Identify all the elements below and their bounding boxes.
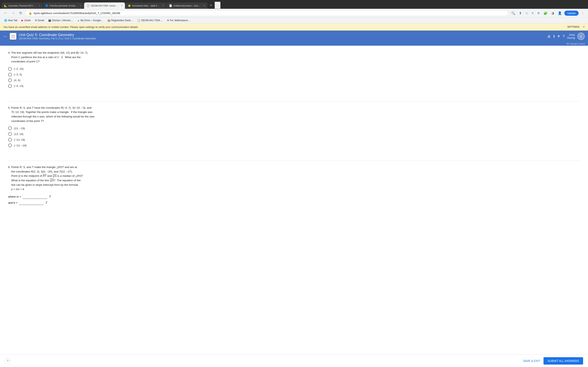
user-avatar[interactable]: Z [577, 33, 585, 40]
q4-point-c: C [18, 56, 20, 59]
q4-radio-d[interactable] [8, 84, 12, 88]
q4-option-a[interactable]: (−2, 10) [8, 67, 580, 71]
gmail-label: Gmail [38, 19, 44, 22]
app-back-button[interactable]: ← [3, 34, 7, 39]
tab5-close[interactable]: × [203, 4, 205, 7]
extension2-button[interactable]: ⚙ [536, 11, 541, 16]
q6-b-prefix: and b = [8, 201, 17, 204]
q5-radio-c[interactable] [8, 138, 12, 142]
print-button[interactable]: 🖨 [547, 34, 551, 39]
reg-icon: 🏫 [107, 19, 111, 22]
browser-tab-4[interactable]: ⭐ Homework Help – Q&A from O… × [125, 2, 166, 9]
update-button[interactable]: Update [564, 11, 579, 16]
bookmark-utube[interactable]: ▶ Utube [20, 18, 32, 22]
tab-list-button[interactable]: ⌄ [215, 2, 221, 9]
bookmarks-bar: 🌐 New Tab ▶ Utube ✉ Gmail 🎬 Disney+ | Mo… [0, 17, 588, 24]
tab3-close[interactable]: × [121, 4, 122, 7]
menu-button[interactable]: ⋮ [580, 10, 586, 16]
download-button[interactable]: ⬇ [518, 10, 523, 16]
q4-option-b[interactable]: (−3, 5) [8, 73, 580, 76]
drive-icon: ▲ [77, 19, 80, 22]
bookmark-geom[interactable]: 📋 GEOM-041-T004:… [136, 18, 164, 22]
newtab-icon: 🌐 [4, 19, 7, 22]
gmail-icon: ✉ [35, 19, 37, 22]
bookmark-reg[interactable]: 🏫 Registration Dash… [106, 18, 135, 22]
app-header: ← 📋 Unit Quiz 5: Coordinate Geometry GEO… [0, 31, 588, 42]
tab2-close[interactable]: × [80, 4, 81, 7]
browser-tab-1[interactable]: 📐 Geometry Theorem BYU – Go… × [2, 2, 43, 9]
q6-b-input[interactable] [19, 201, 43, 205]
reg-label: Registration Dash… [111, 19, 133, 22]
help-button[interactable]: ? [563, 34, 565, 39]
main-content: 4. The line segment AB has the endpoints… [0, 46, 588, 356]
tab4-favicon: ⭐ [128, 4, 131, 7]
tab2-title: Find the perimeter of triangle… [50, 4, 78, 7]
q5-radio-d[interactable] [8, 143, 12, 147]
app-logo: 📋 [10, 33, 16, 40]
q6-m-prefix: where m = [8, 195, 21, 198]
q5-option-b[interactable]: (13, 19) [8, 132, 580, 136]
autosave-indicator: All changes saved [0, 42, 588, 46]
extension-button[interactable]: K [531, 11, 535, 16]
tab3-title: GEOM-043-T005: Geometry, P… [91, 4, 119, 7]
q4-radio-a[interactable] [8, 67, 12, 71]
profile-button[interactable]: 👤 [557, 10, 563, 16]
q6-var-t: T [32, 166, 34, 169]
bookmark-newtab[interactable]: 🌐 New Tab [2, 18, 19, 22]
q4-point-b: B(−14, 7) [76, 51, 87, 54]
q5-option-d[interactable]: (−13, −19) [8, 143, 580, 147]
q6-m-input[interactable] [23, 195, 47, 199]
new-tab-button[interactable]: + [208, 2, 214, 9]
q5-option-c[interactable]: (−13, 19) [8, 138, 580, 142]
settings-link[interactable]: SETTINGS [567, 25, 580, 28]
q4-radio-c[interactable] [8, 78, 12, 82]
tab3-favicon: 📋 [86, 4, 90, 7]
tab5-favicon: 📄 [169, 4, 172, 7]
bookmark-button[interactable]: ☆ [524, 10, 529, 16]
header-icons: 🖨 ℹ ✈ ? [547, 34, 565, 39]
q5-point-s: S [72, 106, 74, 109]
q5-var-t: T [32, 106, 34, 109]
notification-message: You have an unverified email address or … [3, 25, 138, 29]
tab4-close[interactable]: × [162, 4, 164, 7]
back-button[interactable]: ← [2, 10, 9, 16]
math-icon: ✉ [167, 19, 169, 22]
q6-b-suffix: √̅ [45, 201, 47, 204]
q5-option-a[interactable]: (13, −19) [8, 126, 580, 130]
q5-radio-b[interactable] [8, 132, 12, 136]
app-subtitle: GEOM-043-T005: Geometry, Part 2 (TL) / U… [19, 37, 545, 40]
notification-close-button[interactable]: × [583, 25, 585, 29]
browser-tab-5[interactable]: 📄 Untitled document – Google Do… × [167, 2, 208, 9]
question-4-block: 4. The line segment AB has the endpoints… [8, 50, 580, 95]
footer: ? SAVE & EXIT SUBMIT ALL ANSWERS [0, 355, 588, 356]
q5-var-s: S [23, 106, 25, 109]
search-button[interactable]: 🔍 [510, 10, 517, 16]
bookmark-disney[interactable]: 🎬 Disney+ | Movies… [47, 18, 75, 22]
tab1-close[interactable]: × [38, 4, 40, 7]
address-bar[interactable]: 🔒 byuis.agilixbuzz.com/student/175185938… [25, 10, 508, 16]
info-button[interactable]: ℹ [553, 34, 555, 39]
q6-number: 6. [8, 166, 11, 169]
question-6-block: 6. Points R, S, and T make the triangle … [8, 165, 580, 212]
q4-label-d: (−4, 13) [14, 84, 24, 87]
browser-tab-2[interactable]: 🔵 Find the perimeter of triangle… × [43, 2, 84, 9]
lock-icon: 🔒 [29, 11, 32, 15]
q4-option-c[interactable]: (4, 6) [8, 78, 580, 82]
q4-variable-ab: AB [33, 51, 37, 54]
q4-radio-b[interactable] [8, 73, 12, 76]
browser-tab-3[interactable]: 📋 GEOM-043-T005: Geometry, P… × [84, 2, 125, 9]
q5-radio-a[interactable] [8, 126, 12, 130]
question-6-text: 6. Points R, S, and T make the triangle … [8, 165, 580, 192]
q4-option-d[interactable]: (−4, 13) [8, 84, 580, 88]
bookmark-gmail[interactable]: ✉ Gmail [33, 18, 46, 22]
forward-button[interactable]: → [10, 10, 16, 16]
bookmark-drive[interactable]: ▲ My Drive – Google… [76, 18, 105, 22]
q5-number: 5. [8, 106, 11, 109]
theme-button[interactable]: ◑ [550, 10, 555, 16]
reload-button[interactable]: ↻ [18, 10, 24, 16]
bookmark-math[interactable]: ✉ Fw: Mathnasium… [165, 18, 192, 22]
q4-number: 4. [8, 51, 11, 54]
q4-label-c: (4, 6) [14, 79, 20, 82]
send-button[interactable]: ✈ [557, 34, 560, 39]
puzzle-icon-button[interactable]: 🧩 [542, 10, 549, 16]
